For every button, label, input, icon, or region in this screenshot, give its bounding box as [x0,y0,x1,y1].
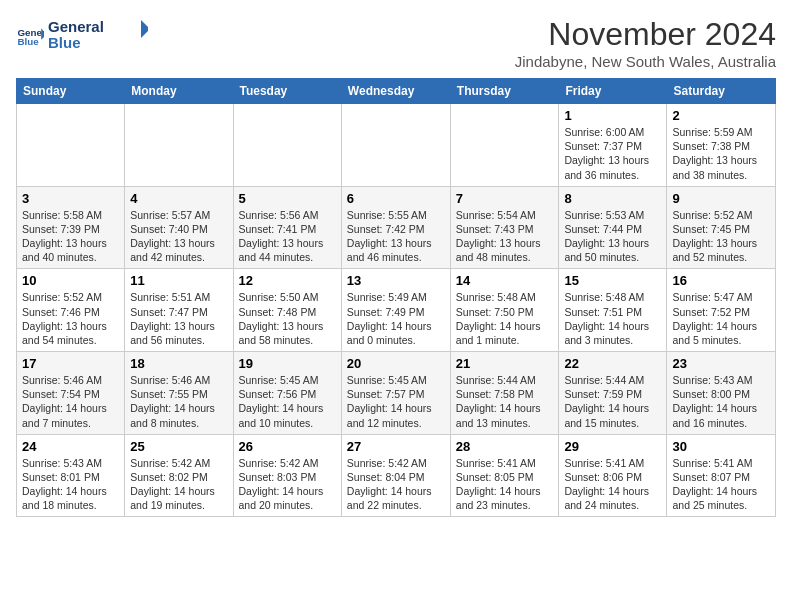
day-detail: Sunrise: 5:58 AM Sunset: 7:39 PM Dayligh… [22,208,119,265]
day-cell: 18Sunrise: 5:46 AM Sunset: 7:55 PM Dayli… [125,352,233,435]
day-number: 22 [564,356,661,371]
day-cell: 6Sunrise: 5:55 AM Sunset: 7:42 PM Daylig… [341,186,450,269]
day-number: 16 [672,273,770,288]
day-cell: 30Sunrise: 5:41 AM Sunset: 8:07 PM Dayli… [667,434,776,517]
logo: General Blue General Blue [16,16,148,58]
day-number: 12 [239,273,336,288]
week-row-1: 1Sunrise: 6:00 AM Sunset: 7:37 PM Daylig… [17,104,776,187]
day-number: 20 [347,356,445,371]
week-row-4: 17Sunrise: 5:46 AM Sunset: 7:54 PM Dayli… [17,352,776,435]
day-detail: Sunrise: 5:56 AM Sunset: 7:41 PM Dayligh… [239,208,336,265]
week-row-3: 10Sunrise: 5:52 AM Sunset: 7:46 PM Dayli… [17,269,776,352]
day-number: 2 [672,108,770,123]
day-cell: 29Sunrise: 5:41 AM Sunset: 8:06 PM Dayli… [559,434,667,517]
day-number: 30 [672,439,770,454]
day-cell: 2Sunrise: 5:59 AM Sunset: 7:38 PM Daylig… [667,104,776,187]
weekday-header-sunday: Sunday [17,79,125,104]
day-detail: Sunrise: 5:42 AM Sunset: 8:04 PM Dayligh… [347,456,445,513]
day-detail: Sunrise: 5:47 AM Sunset: 7:52 PM Dayligh… [672,290,770,347]
day-cell: 22Sunrise: 5:44 AM Sunset: 7:59 PM Dayli… [559,352,667,435]
day-cell [233,104,341,187]
day-number: 9 [672,191,770,206]
day-cell: 16Sunrise: 5:47 AM Sunset: 7:52 PM Dayli… [667,269,776,352]
day-cell: 24Sunrise: 5:43 AM Sunset: 8:01 PM Dayli… [17,434,125,517]
weekday-header-monday: Monday [125,79,233,104]
weekday-header-row: SundayMondayTuesdayWednesdayThursdayFrid… [17,79,776,104]
day-cell: 4Sunrise: 5:57 AM Sunset: 7:40 PM Daylig… [125,186,233,269]
day-cell: 15Sunrise: 5:48 AM Sunset: 7:51 PM Dayli… [559,269,667,352]
day-number: 1 [564,108,661,123]
month-title: November 2024 [515,16,776,53]
day-cell: 20Sunrise: 5:45 AM Sunset: 7:57 PM Dayli… [341,352,450,435]
day-cell: 27Sunrise: 5:42 AM Sunset: 8:04 PM Dayli… [341,434,450,517]
week-row-5: 24Sunrise: 5:43 AM Sunset: 8:01 PM Dayli… [17,434,776,517]
day-number: 17 [22,356,119,371]
day-cell: 11Sunrise: 5:51 AM Sunset: 7:47 PM Dayli… [125,269,233,352]
day-detail: Sunrise: 5:42 AM Sunset: 8:02 PM Dayligh… [130,456,227,513]
logo-svg: General Blue [48,16,148,54]
day-number: 15 [564,273,661,288]
day-detail: Sunrise: 5:43 AM Sunset: 8:01 PM Dayligh… [22,456,119,513]
day-number: 26 [239,439,336,454]
day-cell: 1Sunrise: 6:00 AM Sunset: 7:37 PM Daylig… [559,104,667,187]
day-cell: 3Sunrise: 5:58 AM Sunset: 7:39 PM Daylig… [17,186,125,269]
day-cell: 10Sunrise: 5:52 AM Sunset: 7:46 PM Dayli… [17,269,125,352]
day-cell: 25Sunrise: 5:42 AM Sunset: 8:02 PM Dayli… [125,434,233,517]
day-detail: Sunrise: 5:48 AM Sunset: 7:51 PM Dayligh… [564,290,661,347]
day-cell: 7Sunrise: 5:54 AM Sunset: 7:43 PM Daylig… [450,186,559,269]
day-number: 4 [130,191,227,206]
weekday-header-thursday: Thursday [450,79,559,104]
day-number: 10 [22,273,119,288]
day-detail: Sunrise: 5:46 AM Sunset: 7:55 PM Dayligh… [130,373,227,430]
day-number: 24 [22,439,119,454]
day-cell [17,104,125,187]
day-detail: Sunrise: 5:50 AM Sunset: 7:48 PM Dayligh… [239,290,336,347]
day-detail: Sunrise: 5:48 AM Sunset: 7:50 PM Dayligh… [456,290,554,347]
day-cell: 19Sunrise: 5:45 AM Sunset: 7:56 PM Dayli… [233,352,341,435]
day-cell: 23Sunrise: 5:43 AM Sunset: 8:00 PM Dayli… [667,352,776,435]
day-detail: Sunrise: 5:57 AM Sunset: 7:40 PM Dayligh… [130,208,227,265]
day-detail: Sunrise: 5:44 AM Sunset: 7:58 PM Dayligh… [456,373,554,430]
logo-icon: General Blue [16,23,44,51]
day-number: 5 [239,191,336,206]
svg-text:Blue: Blue [17,36,39,47]
day-number: 28 [456,439,554,454]
day-detail: Sunrise: 5:46 AM Sunset: 7:54 PM Dayligh… [22,373,119,430]
day-detail: Sunrise: 5:55 AM Sunset: 7:42 PM Dayligh… [347,208,445,265]
day-cell: 8Sunrise: 5:53 AM Sunset: 7:44 PM Daylig… [559,186,667,269]
day-detail: Sunrise: 5:45 AM Sunset: 7:57 PM Dayligh… [347,373,445,430]
day-number: 27 [347,439,445,454]
day-number: 8 [564,191,661,206]
day-detail: Sunrise: 5:52 AM Sunset: 7:45 PM Dayligh… [672,208,770,265]
day-cell: 12Sunrise: 5:50 AM Sunset: 7:48 PM Dayli… [233,269,341,352]
day-detail: Sunrise: 5:52 AM Sunset: 7:46 PM Dayligh… [22,290,119,347]
day-detail: Sunrise: 5:59 AM Sunset: 7:38 PM Dayligh… [672,125,770,182]
day-number: 23 [672,356,770,371]
day-detail: Sunrise: 5:44 AM Sunset: 7:59 PM Dayligh… [564,373,661,430]
day-cell: 14Sunrise: 5:48 AM Sunset: 7:50 PM Dayli… [450,269,559,352]
day-number: 3 [22,191,119,206]
day-detail: Sunrise: 5:54 AM Sunset: 7:43 PM Dayligh… [456,208,554,265]
day-number: 6 [347,191,445,206]
day-detail: Sunrise: 5:49 AM Sunset: 7:49 PM Dayligh… [347,290,445,347]
weekday-header-wednesday: Wednesday [341,79,450,104]
day-number: 21 [456,356,554,371]
day-cell [341,104,450,187]
day-cell: 21Sunrise: 5:44 AM Sunset: 7:58 PM Dayli… [450,352,559,435]
day-detail: Sunrise: 5:41 AM Sunset: 8:07 PM Dayligh… [672,456,770,513]
weekday-header-saturday: Saturday [667,79,776,104]
day-number: 18 [130,356,227,371]
day-detail: Sunrise: 5:41 AM Sunset: 8:06 PM Dayligh… [564,456,661,513]
day-detail: Sunrise: 6:00 AM Sunset: 7:37 PM Dayligh… [564,125,661,182]
day-detail: Sunrise: 5:43 AM Sunset: 8:00 PM Dayligh… [672,373,770,430]
day-number: 11 [130,273,227,288]
day-cell: 28Sunrise: 5:41 AM Sunset: 8:05 PM Dayli… [450,434,559,517]
location-title: Jindabyne, New South Wales, Australia [515,53,776,70]
day-cell: 5Sunrise: 5:56 AM Sunset: 7:41 PM Daylig… [233,186,341,269]
title-area: November 2024 Jindabyne, New South Wales… [515,16,776,70]
day-cell: 26Sunrise: 5:42 AM Sunset: 8:03 PM Dayli… [233,434,341,517]
day-number: 19 [239,356,336,371]
day-detail: Sunrise: 5:51 AM Sunset: 7:47 PM Dayligh… [130,290,227,347]
day-number: 14 [456,273,554,288]
svg-marker-6 [141,20,148,38]
